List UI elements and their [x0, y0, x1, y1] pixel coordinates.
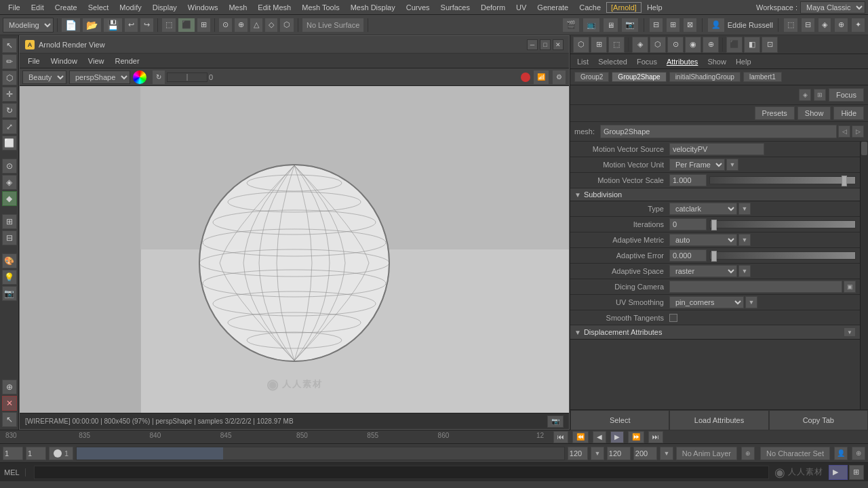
lasso-tool[interactable]: ⬛: [178, 18, 195, 33]
attr-motion-vector-unit-select[interactable]: Per Frame: [669, 159, 725, 171]
snap-btn2[interactable]: ⊕: [234, 18, 248, 33]
rp-tb-btn10[interactable]: ◧: [744, 37, 760, 53]
viewport-area[interactable]: A Arnold Render View ─ □ ✕ File Window V…: [19, 35, 570, 430]
menu-generate[interactable]: Generate: [532, 2, 574, 13]
displacement-collapse-btn[interactable]: ▼: [844, 327, 856, 337]
lt-cam-btn[interactable]: 📷: [2, 286, 17, 301]
step-back-btn[interactable]: ⏪: [572, 431, 589, 443]
snap-btn5[interactable]: ⬡: [279, 18, 294, 33]
adaptive-metric-dropdown-icon[interactable]: ▼: [738, 234, 751, 246]
attr-uv-smoothing-select[interactable]: pin_corners: [669, 296, 744, 308]
aw-menu-view[interactable]: View: [83, 56, 110, 66]
adaptive-space-dropdown-icon[interactable]: ▼: [738, 265, 751, 277]
no-anim-layer-btn[interactable]: No Anim Layer: [676, 447, 737, 460]
fwd-end-btn[interactable]: ⏭: [648, 431, 663, 443]
aw-view-dropdown[interactable]: Beauty: [22, 70, 66, 84]
rp-tb-btn3[interactable]: ⬚: [608, 37, 625, 53]
user-icon[interactable]: 👤: [707, 18, 725, 33]
char-set-icon1[interactable]: 👤: [834, 447, 848, 460]
lt-rotate-btn[interactable]: ↻: [2, 103, 17, 118]
lt-snap-btn[interactable]: ⊙: [2, 159, 17, 174]
paint-tool[interactable]: ⊞: [197, 18, 211, 33]
rp-tb-btn5[interactable]: ⬡: [650, 37, 666, 53]
mesh-input[interactable]: [600, 125, 837, 138]
rp-nav-show[interactable]: Show: [705, 57, 729, 66]
rp-tb-btn11[interactable]: ⊡: [762, 37, 778, 53]
lt-tool1-btn[interactable]: ◈: [2, 175, 17, 190]
slider-iterations[interactable]: [709, 220, 856, 228]
lt-paint-btn[interactable]: ✏: [2, 54, 17, 69]
menu-mesh-display[interactable]: Mesh Display: [345, 2, 401, 13]
lt-hide-btn[interactable]: ⊟: [2, 230, 17, 245]
attr-type-select[interactable]: catclark: [669, 203, 737, 215]
render-btn3[interactable]: 🖥: [603, 18, 618, 33]
slider-adaptive-error[interactable]: [709, 251, 856, 260]
rp-tb-btn2[interactable]: ⊞: [591, 37, 607, 53]
rp-nav-help[interactable]: Help: [733, 57, 754, 66]
rp-tb-btn9[interactable]: ⬛: [726, 37, 743, 53]
lt-move-btn[interactable]: ✛: [2, 87, 17, 102]
rp-tb-btn8[interactable]: ⊕: [703, 37, 719, 53]
attr-adaptive-error-value[interactable]: 0.000: [669, 249, 707, 262]
menu-deform[interactable]: Deform: [475, 2, 511, 13]
menu-mesh[interactable]: Mesh: [223, 2, 252, 13]
displacement-section-header[interactable]: ▼ Displacement Attributes ▼: [570, 325, 860, 340]
slider-thumb-motion-vector[interactable]: [842, 176, 847, 186]
step-fwd-btn[interactable]: ⏩: [628, 431, 644, 443]
timeline-anim-start[interactable]: [3, 447, 23, 460]
save-btn[interactable]: 💾: [103, 18, 123, 33]
menu-help[interactable]: Help: [642, 2, 668, 13]
aw-cam-status-btn[interactable]: 📷: [547, 415, 564, 428]
undo-btn[interactable]: ↩: [124, 18, 138, 33]
lt-lasso-btn[interactable]: ⬡: [2, 70, 17, 85]
menu-cache[interactable]: Cache: [574, 2, 606, 13]
attr-adaptive-space-select[interactable]: raster: [669, 265, 737, 277]
mel-input[interactable]: [34, 466, 769, 479]
lt-arrow-btn[interactable]: ↖: [2, 412, 17, 427]
attr-dicing-camera-value[interactable]: [669, 281, 842, 293]
lt-scale-btn[interactable]: ⤢: [2, 119, 17, 134]
lt-bottom1-btn[interactable]: ⊕: [2, 380, 17, 394]
subdivision-section-header[interactable]: ▼ Subdivision: [570, 188, 860, 201]
aw-minimize-btn[interactable]: ─: [527, 39, 538, 50]
timeline-anim-end[interactable]: [607, 447, 631, 460]
extra-btn5[interactable]: ✦: [851, 18, 865, 33]
attr-motion-vector-source-value[interactable]: velocityPV: [669, 143, 764, 155]
no-char-set-btn[interactable]: No Character Set: [760, 447, 830, 460]
timeline-playback-end[interactable]: [568, 447, 588, 460]
extra-btn3[interactable]: ◈: [818, 18, 831, 33]
aw-rec-btn[interactable]: [521, 73, 530, 82]
rp-nav-list[interactable]: List: [574, 57, 591, 66]
anim-layer-icon[interactable]: ⊕: [741, 447, 755, 460]
lt-bottom2-btn[interactable]: ✕: [2, 396, 17, 411]
bc-lambert1[interactable]: lambert1: [743, 72, 782, 82]
char-set-icon2[interactable]: ⊕: [852, 447, 865, 460]
mesh-icon-left[interactable]: ◁: [838, 125, 850, 138]
rp-tb-btn4[interactable]: ◈: [632, 37, 648, 53]
anim-options-btn[interactable]: ▼: [660, 447, 673, 460]
mesh-icon2[interactable]: ⊞: [814, 89, 826, 101]
rp-scrollbar[interactable]: [860, 142, 868, 409]
camera-icon[interactable]: 📷: [621, 18, 639, 33]
lt-transform-btn[interactable]: ⬜: [2, 136, 17, 150]
unit-dropdown-arrow[interactable]: ▼: [726, 159, 738, 171]
lt-light-btn[interactable]: 💡: [2, 270, 17, 285]
menu-arnold[interactable]: [Arnold]: [606, 2, 642, 13]
menu-modify[interactable]: Modify: [114, 2, 146, 13]
menu-select[interactable]: Select: [83, 2, 115, 13]
bc-initial-shading[interactable]: initialShadingGroup: [669, 72, 741, 82]
mesh-link-icon[interactable]: ◈: [799, 89, 811, 101]
aw-maximize-btn[interactable]: □: [540, 39, 551, 50]
aw-close-btn[interactable]: ✕: [553, 39, 564, 50]
playback-options-btn[interactable]: ▼: [591, 447, 604, 460]
menu-mesh-tools[interactable]: Mesh Tools: [296, 2, 344, 13]
uv-smoothing-dropdown-icon[interactable]: ▼: [745, 296, 757, 308]
rp-nav-focus[interactable]: Focus: [634, 57, 660, 66]
layout-btn1[interactable]: ⊟: [649, 18, 663, 33]
lt-tool2-btn[interactable]: ◆: [2, 191, 17, 206]
timeline-anim-end2[interactable]: [633, 447, 657, 460]
menu-curves[interactable]: Curves: [401, 2, 435, 13]
rp-nav-attributes[interactable]: Attributes: [664, 57, 701, 66]
copy-tab-btn[interactable]: Copy Tab: [769, 410, 868, 430]
timeline-track[interactable]: 830 835 840 845 850 855 860 12: [3, 430, 547, 443]
